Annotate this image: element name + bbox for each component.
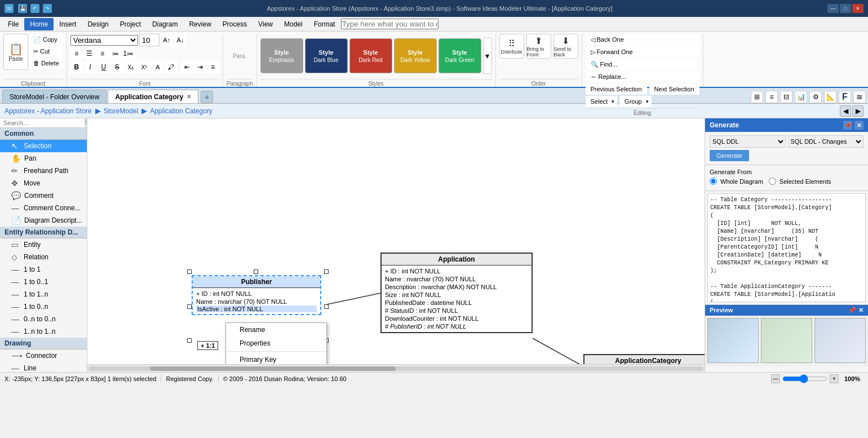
underline-btn[interactable]: U: [98, 61, 110, 73]
rp-pin-icon[interactable]: 📌: [843, 121, 852, 130]
tool-freehand[interactable]: ✏ Freehand Path: [0, 165, 87, 177]
bring-to-front-btn[interactable]: ⬆ Bring to Front: [526, 34, 551, 59]
menu-insert[interactable]: Insert: [54, 18, 82, 30]
menu-format[interactable]: Format: [308, 18, 341, 30]
win-minimize[interactable]: —: [827, 4, 839, 13]
subscript-btn[interactable]: X₂: [125, 61, 137, 73]
menu-project[interactable]: Project: [114, 18, 147, 30]
breadcrumb-item-storemodel[interactable]: StoreModel: [104, 107, 138, 115]
indent-right-btn[interactable]: ⇥: [194, 61, 206, 73]
superscript-btn[interactable]: X²: [138, 61, 150, 73]
styles-more-btn[interactable]: ▾: [483, 38, 492, 74]
applicationcategory-entity[interactable]: ApplicationCategory +# ApplicationID : i…: [583, 354, 705, 364]
selected-elements-radio-label[interactable]: Selected Elements: [769, 178, 831, 185]
align-center-btn[interactable]: ☰: [83, 47, 96, 60]
tab-folder-overview[interactable]: StoreModel - Folder Overview: [2, 90, 107, 103]
style-emphasis-btn[interactable]: Style Emphasis: [260, 38, 303, 73]
tab-application-category[interactable]: Application Category ✕: [108, 90, 198, 103]
tool-diagram-desc[interactable]: 📄 Diagram Descript...: [0, 214, 87, 227]
diagram-tb-btn7[interactable]: F: [839, 91, 851, 103]
diagram-tb-btn6[interactable]: 📐: [824, 91, 836, 103]
tool-line[interactable]: — Line: [0, 362, 87, 372]
tool-1to0n[interactable]: — 1 to 0..n: [0, 300, 87, 313]
ctx-primary-key[interactable]: Primary Key: [226, 353, 326, 364]
forward-one-btn[interactable]: ▷ Forward One: [586, 46, 699, 57]
strikethrough-btn[interactable]: S: [111, 61, 123, 73]
align-justify-btn[interactable]: ≡: [207, 61, 219, 73]
replace-btn[interactable]: ↔ Replace...: [586, 71, 699, 82]
back-one-btn[interactable]: ◁ Back One: [586, 34, 699, 45]
tool-1nto1n[interactable]: — 1..n to 1..n: [0, 325, 87, 338]
breadcrumb-item-appcategory[interactable]: Application Category: [150, 107, 212, 115]
select-btn[interactable]: Select: [586, 96, 618, 107]
tool-search-input[interactable]: [0, 118, 85, 127]
breadcrumb-item-appstorex[interactable]: Appstorex - Application Store: [5, 107, 92, 115]
italic-btn[interactable]: I: [84, 61, 96, 73]
align-left-btn[interactable]: ≡: [70, 47, 83, 60]
quick-access-redo[interactable]: ↷: [43, 4, 52, 13]
new-tab-btn[interactable]: +: [201, 91, 213, 103]
tool-connector[interactable]: ⟶ Connector: [0, 349, 87, 362]
zoom-in-btn[interactable]: +: [830, 374, 839, 383]
menu-view[interactable]: View: [253, 18, 278, 30]
highlight-btn[interactable]: 🖍: [165, 61, 178, 73]
application-entity[interactable]: Application + ID : int NOT NULL Name : n…: [380, 253, 533, 333]
font-color-btn[interactable]: A: [152, 61, 164, 73]
style-darkblue-btn[interactable]: Style Dark Blue: [305, 38, 348, 73]
diagram-tb-btn8[interactable]: ≋: [853, 91, 866, 103]
font-increase-btn[interactable]: A↑: [161, 34, 173, 46]
send-to-back-btn[interactable]: ⬇ Send to Back: [553, 34, 578, 59]
next-selection-btn[interactable]: Next Selection: [649, 83, 699, 95]
style-darkyellow-btn[interactable]: Style Dark Yellow: [394, 38, 437, 73]
quick-access-undo[interactable]: ↶: [30, 4, 39, 13]
list-bullet-btn[interactable]: ≔: [109, 47, 122, 60]
publisher-entity[interactable]: Publisher + ID : int NOT NULL Name : nva…: [192, 275, 321, 315]
win-close[interactable]: ✕: [852, 4, 863, 13]
list-num-btn[interactable]: 1≔: [122, 47, 135, 60]
paste-button[interactable]: 📋 Paste: [3, 34, 28, 70]
menu-design[interactable]: Design: [82, 18, 114, 30]
horizontal-scrollbar[interactable]: [87, 364, 705, 372]
hscroll-thumb[interactable]: [150, 366, 396, 371]
tool-1to1n[interactable]: — 1 to 1..n: [0, 288, 87, 300]
prev-selection-btn[interactable]: Previous Selection: [586, 83, 647, 95]
delete-button[interactable]: 🗑 Delete: [29, 57, 63, 69]
ctx-rename[interactable]: Rename: [226, 323, 326, 337]
menu-home[interactable]: Home: [24, 18, 54, 30]
diagram-tb-btn3[interactable]: ⊟: [780, 91, 792, 103]
sql-type-select[interactable]: SQL DDL: [710, 135, 786, 148]
nav-right-btn[interactable]: ▶: [852, 105, 863, 117]
whole-diagram-radio[interactable]: [710, 178, 717, 185]
tool-relation[interactable]: ◇ Relation: [0, 251, 87, 263]
sql-changes-select[interactable]: SQL DDL - Changes: [788, 135, 864, 148]
menu-process[interactable]: Process: [217, 18, 253, 30]
diagram-tb-btn5[interactable]: ⚙: [809, 91, 822, 103]
tool-selection[interactable]: ↖ Selection: [0, 140, 87, 152]
selected-elements-radio[interactable]: [769, 178, 776, 185]
tool-comment[interactable]: 💬 Comment: [0, 189, 87, 202]
win-maximize[interactable]: □: [840, 4, 851, 13]
quick-access-save[interactable]: 💾: [18, 4, 27, 13]
ctx-properties[interactable]: Properties: [226, 337, 326, 350]
bold-btn[interactable]: B: [70, 61, 83, 73]
indent-left-btn[interactable]: ⇤: [181, 61, 193, 73]
style-darkred-btn[interactable]: Style Dark Red: [349, 38, 392, 73]
tool-move[interactable]: ✥ Move: [0, 177, 87, 189]
copy-button[interactable]: 📄 Copy: [29, 34, 63, 45]
canvas-area[interactable]: Publisher + ID : int NOT NULL Name : nva…: [87, 118, 705, 364]
group-btn[interactable]: Group: [619, 96, 652, 107]
font-size-input[interactable]: [139, 34, 160, 46]
distribute-btn[interactable]: ⠿ Distribute: [499, 34, 524, 59]
tool-entity[interactable]: ▭ Entity: [0, 238, 87, 251]
font-family-select[interactable]: Verdana: [70, 35, 138, 46]
rp-close-icon[interactable]: ✕: [854, 121, 863, 130]
tool-comment-conn[interactable]: — Comment Conne...: [0, 202, 87, 214]
tool-pan[interactable]: ✋ Pan: [0, 152, 87, 165]
diagram-tb-btn2[interactable]: ≡: [765, 91, 778, 103]
menu-review[interactable]: Review: [183, 18, 216, 30]
tool-1to1[interactable]: — 1 to 1: [0, 263, 87, 276]
tool-1to01[interactable]: — 1 to 0..1: [0, 276, 87, 288]
menu-search-input[interactable]: [341, 19, 439, 29]
font-decrease-btn[interactable]: A↓: [174, 34, 187, 46]
menu-file[interactable]: File: [2, 18, 24, 30]
